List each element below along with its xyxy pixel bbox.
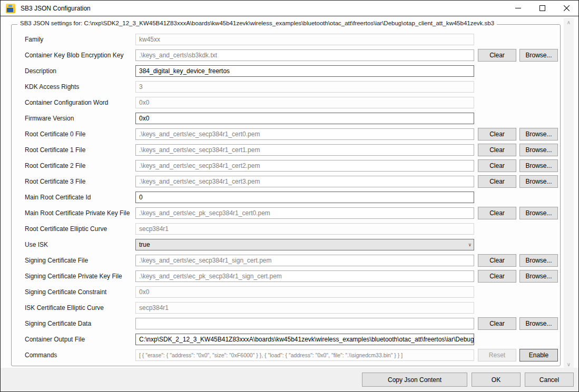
- browse-button-root-certificate-3-file[interactable]: Browse...: [519, 175, 558, 188]
- field-buttons-root-certificate-3-file: ClearBrowse...: [478, 175, 558, 188]
- copy-json-content-button[interactable]: Copy Json Content: [362, 373, 467, 387]
- field-label-description: Description: [25, 67, 135, 75]
- browse-button-root-certificate-2-file[interactable]: Browse...: [519, 159, 558, 172]
- enable-button[interactable]: Enable: [519, 349, 558, 361]
- input-main-root-certificate-private-key-file[interactable]: .\keys_and_certs\ec_pk_secp384r1_cert0.p…: [135, 207, 474, 219]
- field-label-signing-certificate-data: Signing Certificate Data: [25, 320, 135, 327]
- app-icon: [6, 4, 15, 13]
- input-container-key-blob-encryption-key[interactable]: .\keys_and_certs\sb3kdk.txt: [135, 49, 474, 61]
- input-description[interactable]: 384_digital_key_device_freertos: [135, 65, 474, 77]
- clear-button-root-certificate-1-file[interactable]: Clear: [478, 144, 516, 156]
- combo-use-isk[interactable]: true∨: [135, 239, 474, 250]
- browse-button-root-certificate-0-file[interactable]: Browse...: [519, 128, 558, 140]
- input-family: kw45xx: [135, 34, 474, 45]
- field-label-root-certificate-elliptic-curve: Root Certificate Elliptic Curve: [25, 225, 135, 233]
- chevron-down-icon: ∨: [468, 243, 472, 247]
- clear-button-root-certificate-3-file[interactable]: Clear: [478, 175, 516, 188]
- field-buttons-root-certificate-2-file: ClearBrowse...: [478, 159, 558, 172]
- groupbox-title: SB3 JSON settings for: C:\nxp\SDK2_12_3_…: [17, 20, 497, 26]
- field-buttons-root-certificate-0-file: ClearBrowse...: [478, 128, 558, 140]
- browse-button-container-key-blob-encryption-key[interactable]: Browse...: [519, 49, 558, 62]
- field-buttons-signing-certificate-data: ClearBrowse...: [478, 317, 558, 330]
- field-label-main-root-certificate-private-key-file: Main Root Certificate Private Key File: [25, 209, 135, 217]
- input-root-certificate-2-file[interactable]: .\keys_and_certs\ec_secp384r1_cert2.pem: [135, 160, 474, 172]
- field-row-signing-certificate-file: Signing Certificate File.\keys_and_certs…: [12, 253, 560, 268]
- browse-button-main-root-certificate-private-key-file[interactable]: Browse...: [519, 207, 558, 219]
- field-label-container-output-file: Container Output File: [25, 336, 135, 343]
- input-root-certificate-3-file[interactable]: .\keys_and_certs\ec_secp384r1_cert3.pem: [135, 176, 474, 187]
- browse-button-root-certificate-1-file[interactable]: Browse...: [519, 144, 558, 156]
- field-row-root-certificate-3-file: Root Certificate 3 File.\keys_and_certs\…: [12, 174, 560, 189]
- input-root-certificate-0-file[interactable]: .\keys_and_certs\ec_secp384r1_cert0.pem: [135, 128, 474, 140]
- window-controls: [506, 1, 578, 16]
- input-commands: [ { "erase": { "address": "0x0", "size":…: [135, 349, 474, 361]
- field-row-root-certificate-1-file: Root Certificate 1 File.\keys_and_certs\…: [12, 142, 560, 158]
- close-icon: [564, 5, 570, 11]
- field-label-container-key-blob-encryption-key: Container Key Blob Encryption Key: [25, 52, 135, 59]
- field-row-family: Familykw45xx: [12, 32, 560, 47]
- field-label-container-configuration-word: Container Configuration Word: [25, 99, 135, 106]
- field-row-container-configuration-word: Container Configuration Word0x0: [12, 95, 560, 110]
- combo-value-use-isk: true: [139, 239, 150, 250]
- vertical-scrollbar[interactable]: ∧ ∨: [564, 18, 574, 369]
- input-container-output-file[interactable]: C:\nxp\SDK_2_12_3_KW45B41Z83xxxA\boards\…: [135, 334, 474, 345]
- sb3-settings-groupbox: SB3 JSON settings for: C:\nxp\SDK2_12_3_…: [11, 24, 561, 366]
- maximize-button[interactable]: [530, 1, 554, 16]
- field-label-isk-certificate-elliptic-curve: ISK Certificate Elliptic Curve: [25, 304, 135, 311]
- field-label-root-certificate-3-file: Root Certificate 3 File: [25, 178, 135, 185]
- field-row-signing-certificate-data: Signing Certificate DataClearBrowse...: [12, 316, 560, 331]
- maximize-icon: [539, 5, 545, 11]
- browse-button-signing-certificate-data[interactable]: Browse...: [519, 317, 558, 330]
- scroll-down-icon[interactable]: ∨: [567, 362, 571, 367]
- input-firmware-version[interactable]: 0x0: [135, 113, 474, 124]
- minimize-button[interactable]: [506, 1, 530, 16]
- bottom-button-bar: Copy Json Content OK Cancel: [1, 368, 578, 391]
- input-main-root-certificate-id[interactable]: 0: [135, 192, 474, 203]
- input-signing-certificate-data[interactable]: [135, 318, 474, 329]
- clear-button-signing-certificate-data[interactable]: Clear: [478, 317, 516, 330]
- field-buttons-signing-certificate-file: ClearBrowse...: [478, 254, 558, 267]
- clear-button-signing-certificate-file[interactable]: Clear: [478, 254, 516, 267]
- field-row-use-isk: Use ISKtrue∨: [12, 237, 560, 253]
- input-root-certificate-1-file[interactable]: .\keys_and_certs\ec_secp384r1_cert1.pem: [135, 144, 474, 156]
- field-label-firmware-version: Firmware Version: [25, 115, 135, 122]
- clear-button-container-key-blob-encryption-key[interactable]: Clear: [478, 49, 516, 62]
- dialog-content: SB3 JSON settings for: C:\nxp\SDK2_12_3_…: [1, 17, 578, 368]
- close-button[interactable]: [554, 1, 578, 16]
- clear-button-signing-certificate-private-key-file[interactable]: Clear: [478, 270, 516, 283]
- field-buttons-container-key-blob-encryption-key: ClearBrowse...: [478, 49, 558, 62]
- browse-button-signing-certificate-private-key-file[interactable]: Browse...: [519, 270, 558, 283]
- field-label-signing-certificate-private-key-file: Signing Certificate Private Key File: [25, 273, 135, 280]
- clear-button-main-root-certificate-private-key-file[interactable]: Clear: [478, 207, 516, 219]
- scroll-up-icon[interactable]: ∧: [567, 20, 571, 25]
- field-row-signing-certificate-constraint: Signing Certificate Constraint0x0: [12, 284, 560, 300]
- field-label-use-isk: Use ISK: [25, 241, 135, 248]
- field-row-container-output-file: Container Output FileC:\nxp\SDK_2_12_3_K…: [12, 331, 560, 347]
- field-label-root-certificate-0-file: Root Certificate 0 File: [25, 130, 135, 138]
- title-bar[interactable]: SB3 JSON Configuration: [1, 1, 578, 16]
- input-kdk-access-rights: 3: [135, 81, 474, 93]
- field-row-firmware-version: Firmware Version0x0: [12, 110, 560, 126]
- field-row-root-certificate-2-file: Root Certificate 2 File.\keys_and_certs\…: [12, 158, 560, 174]
- field-label-family: Family: [25, 36, 135, 43]
- field-row-description: Description384_digital_key_device_freert…: [12, 63, 560, 79]
- input-isk-certificate-elliptic-curve: secp384r1: [135, 302, 474, 314]
- field-buttons-commands: ResetEnable: [478, 349, 558, 361]
- field-label-signing-certificate-file: Signing Certificate File: [25, 257, 135, 264]
- field-row-isk-certificate-elliptic-curve: ISK Certificate Elliptic Curvesecp384r1: [12, 300, 560, 316]
- browse-button-signing-certificate-file[interactable]: Browse...: [519, 254, 558, 267]
- clear-button-root-certificate-2-file[interactable]: Clear: [478, 159, 516, 172]
- field-row-root-certificate-elliptic-curve: Root Certificate Elliptic Curvesecp384r1: [12, 221, 560, 237]
- field-row-kdk-access-rights: KDK Access Rights3: [12, 79, 560, 95]
- cancel-button[interactable]: Cancel: [525, 373, 574, 387]
- field-label-kdk-access-rights: KDK Access Rights: [25, 83, 135, 91]
- field-row-main-root-certificate-id: Main Root Certificate Id0: [12, 189, 560, 205]
- input-container-configuration-word: 0x0: [135, 97, 474, 108]
- field-row-commands: Commands[ { "erase": { "address": "0x0",…: [12, 347, 560, 363]
- input-signing-certificate-file[interactable]: .\keys_and_certs\ec_secp384r1_sign_cert.…: [135, 255, 474, 266]
- field-row-main-root-certificate-private-key-file: Main Root Certificate Private Key File.\…: [12, 205, 560, 221]
- input-signing-certificate-private-key-file[interactable]: .\keys_and_certs\ec_pk_secp384r1_sign_ce…: [135, 270, 474, 282]
- minimize-icon: [515, 5, 521, 11]
- ok-button[interactable]: OK: [472, 373, 521, 387]
- clear-button-root-certificate-0-file[interactable]: Clear: [478, 128, 516, 140]
